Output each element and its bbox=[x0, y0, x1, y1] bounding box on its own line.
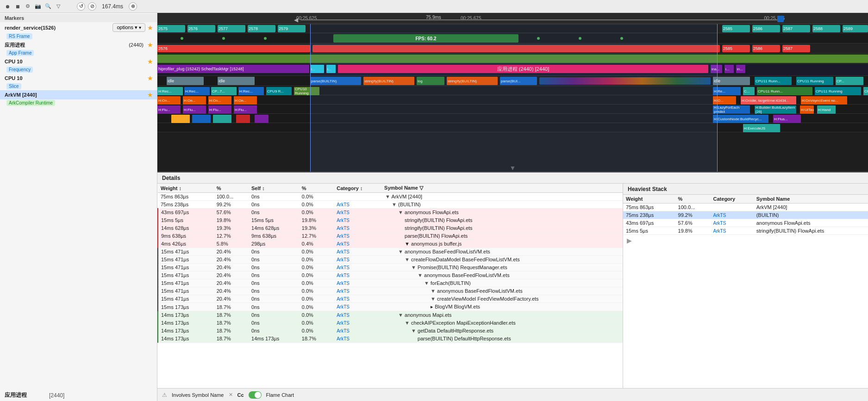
cc-button[interactable]: Cc bbox=[237, 392, 244, 398]
hcustomnode-block[interactable]: H:CustomNode:BuildRecyc... bbox=[713, 115, 768, 123]
honvsync-block[interactable]: H:OnVsyncEvent no... bbox=[801, 96, 847, 105]
hon-block4[interactable]: H:On... bbox=[234, 96, 257, 105]
hflu-block4[interactable]: H:Flu... bbox=[234, 105, 257, 114]
ho-block[interactable]: H:O... bbox=[713, 96, 736, 105]
hrec-block[interactable]: H:Rec... bbox=[184, 87, 210, 95]
frame-block[interactable]: 2578 bbox=[248, 25, 275, 32]
table-row[interactable]: 15ms 471µs 20.4% 0ns 0.0% ArkTS ▼ anonym… bbox=[158, 271, 623, 279]
hcpu7-block[interactable]: CP...7... bbox=[211, 87, 237, 95]
details-table-area[interactable]: Weight ↕ % Self ↕ % Category ↕ Symbol Na… bbox=[157, 184, 623, 388]
col-weight-header[interactable]: Weight ↕ bbox=[158, 184, 214, 193]
table-row[interactable]: 15ms 5µs 19.8% 15ms 5µs 19.8% ArkTS stri… bbox=[158, 216, 623, 224]
col-pct1-header[interactable]: % bbox=[214, 184, 249, 193]
idle-block[interactable]: idle bbox=[167, 77, 204, 85]
idle-block-right[interactable]: idle bbox=[713, 77, 750, 85]
honidle-block[interactable]: H:OnIdle, targettime:43434... bbox=[741, 96, 796, 105]
huitask-block[interactable]: H:UITask bbox=[800, 105, 814, 114]
hrec-block[interactable]: H:Rec... bbox=[157, 87, 183, 95]
app-frame-block[interactable]: 2587 bbox=[782, 45, 810, 52]
frame-block[interactable]: 2576 bbox=[187, 25, 215, 32]
app-frame-block[interactable] bbox=[312, 45, 720, 52]
hhand-block[interactable]: H:Hand bbox=[817, 105, 836, 114]
hexecutejs-block[interactable]: H:ExecuteJS bbox=[743, 124, 780, 132]
cp-block[interactable]: CP... bbox=[863, 87, 868, 95]
table-row[interactable]: 14ms 173µs 18.7% 14ms 173µs 18.7% ArkTS … bbox=[158, 335, 623, 343]
table-row[interactable]: 15ms 471µs 20.4% 0ns 0.0% ArkTS ▼ create… bbox=[158, 256, 623, 264]
hrec-block2[interactable]: H:Rec... bbox=[238, 87, 264, 95]
cpu-small-block-right[interactable]: i... bbox=[724, 65, 734, 73]
table-row[interactable]: 15ms 173µs 18.7% 0ns 0.0% ArkTS ▸ BlogVM… bbox=[158, 303, 623, 311]
heaviest-row[interactable]: 43ms 697µs 57.6% ArkTS anonymous FlowApi… bbox=[623, 219, 868, 227]
scroll-indicator[interactable]: ▼ bbox=[510, 164, 516, 172]
parse-block[interactable]: parse(BUILTIN) bbox=[310, 77, 361, 85]
star-icon-3[interactable]: ★ bbox=[147, 74, 153, 82]
record-icon[interactable]: ⏺ bbox=[4, 3, 11, 10]
hbuilder-block[interactable]: H:Builder:BuildLazyItem [26] bbox=[755, 105, 796, 114]
close-button[interactable]: ✕ bbox=[229, 392, 233, 398]
hs-pct-col[interactable]: % bbox=[675, 195, 711, 204]
col-pct2-header[interactable]: % bbox=[299, 184, 334, 193]
cpu-small-block[interactable]: i... bbox=[326, 65, 336, 73]
gear-icon[interactable]: ⚙ bbox=[24, 3, 31, 10]
small-block-p[interactable] bbox=[255, 115, 269, 123]
parse-bui-block[interactable]: parse(BUI... bbox=[500, 77, 537, 85]
search-icon[interactable]: 🔍 bbox=[44, 3, 52, 10]
table-row[interactable]: 75ms 863µs 100.0... 0ns 0.0% ▼ ArkVM [24… bbox=[158, 193, 623, 201]
star-icon-4[interactable]: ★ bbox=[147, 91, 153, 99]
range-box-right[interactable] bbox=[777, 16, 784, 22]
timeline-area[interactable]: 00:25.625 00:25.675 00:25.725 75.9ms ◀ 2… bbox=[157, 13, 868, 173]
cpu-small-block-right[interactable]: ina... bbox=[711, 65, 722, 73]
camera-icon[interactable]: 📷 bbox=[34, 3, 42, 10]
hon-block3[interactable]: H:On... bbox=[208, 96, 231, 105]
star-icon-2[interactable]: ★ bbox=[147, 58, 153, 65]
frame-block[interactable]: 2587 bbox=[782, 25, 810, 32]
filter-icon[interactable]: ▽ bbox=[55, 3, 62, 10]
cpu-small-block-right[interactable]: in... bbox=[736, 65, 745, 73]
c-block[interactable]: C... bbox=[743, 87, 755, 95]
hlazy-block[interactable]: H:LazyForEach predict bbox=[713, 105, 750, 114]
hflu-block[interactable]: H:Flu... bbox=[157, 105, 181, 114]
stringify-block[interactable]: stringify(BUILTIN) bbox=[363, 77, 414, 85]
table-row[interactable]: 15ms 471µs 20.4% 0ns 0.0% ArkTS ▼ anonym… bbox=[158, 248, 623, 256]
range-arrow-left[interactable]: ◀ bbox=[294, 17, 298, 23]
table-row[interactable]: 14ms 173µs 18.7% 0ns 0.0% ArkTS ▼ checkA… bbox=[158, 319, 623, 327]
hs-cat-col[interactable]: Category bbox=[711, 195, 754, 204]
options-button[interactable]: options ▾ bbox=[112, 23, 145, 32]
table-row[interactable]: 15ms 471µs 20.4% 0ns 0.0% ArkTS ▼ forEac… bbox=[158, 279, 623, 287]
frame-block[interactable]: 2588 bbox=[812, 25, 840, 32]
cpu-small-block[interactable]: i... bbox=[310, 65, 324, 73]
hs-weight-col[interactable]: Weight bbox=[623, 195, 675, 204]
frame-block[interactable]: 2577 bbox=[218, 25, 245, 32]
hflu-block2[interactable]: H:Flu... bbox=[183, 105, 206, 114]
table-row[interactable]: 14ms 628µs 19.3% 14ms 628µs 19.3% ArkTS … bbox=[158, 224, 623, 232]
frame-block[interactable]: 2575 bbox=[157, 25, 185, 32]
small-block-b[interactable] bbox=[192, 115, 211, 123]
stop-icon[interactable]: ⏹ bbox=[14, 3, 21, 10]
cpu10-run[interactable]: CPU10 Running bbox=[294, 87, 319, 95]
hflu-block3[interactable]: H:Flu... bbox=[208, 105, 231, 114]
col-self-header[interactable]: Self ↕ bbox=[249, 184, 299, 193]
app-frame-block[interactable]: 2586 bbox=[752, 45, 780, 52]
hflus-block[interactable]: H:Flus... bbox=[773, 115, 801, 123]
table-row[interactable]: 75ms 238µs 99.2% 0ns 0.0% ArkTS ▼ (BUILT… bbox=[158, 201, 623, 209]
table-row[interactable]: 15ms 471µs 20.4% 0ns 0.0% ArkTS ▼ create… bbox=[158, 295, 623, 303]
frame-block[interactable]: 2589 bbox=[843, 25, 868, 32]
stop-button[interactable]: ⊘ bbox=[88, 2, 96, 11]
app-frame-block[interactable]: 2576 bbox=[157, 45, 310, 52]
table-row[interactable]: 9ms 638µs 12.7% 9ms 638µs 12.7% ArkTS pa… bbox=[158, 232, 623, 240]
hiprofiler-block[interactable]: hiprofiler_plug (15242) SchedTaskMgr [15… bbox=[157, 65, 309, 73]
add-button[interactable]: ⊕ bbox=[129, 2, 137, 11]
hon-block[interactable]: H:On... bbox=[157, 96, 181, 105]
frame-block[interactable]: 2586 bbox=[752, 25, 780, 32]
sidebar-item-app-process[interactable]: 应用进程 (2440) ★ bbox=[0, 40, 157, 49]
star-icon-1[interactable]: ★ bbox=[147, 41, 153, 49]
sidebar-item-cpu10-slice[interactable]: CPU 10 ★ bbox=[0, 74, 157, 83]
table-row[interactable]: 4ms 426µs 5.8% 298µs 0.4% ArkTS ▼ anonym… bbox=[158, 240, 623, 248]
star-icon-0[interactable]: ★ bbox=[147, 24, 153, 31]
cpu11-run-block[interactable]: CPU11 Runn... bbox=[757, 87, 812, 95]
col-symbol-header[interactable]: Symbol Name ▽ bbox=[381, 184, 623, 193]
frame-block[interactable]: 2585 bbox=[722, 25, 750, 32]
heaviest-row[interactable]: 75ms 238µs 99.2% ArkTS (BUILTIN) bbox=[623, 211, 868, 219]
small-block-y[interactable] bbox=[171, 115, 190, 123]
cpu11-run-2[interactable]: CPU11 Running bbox=[815, 87, 861, 95]
